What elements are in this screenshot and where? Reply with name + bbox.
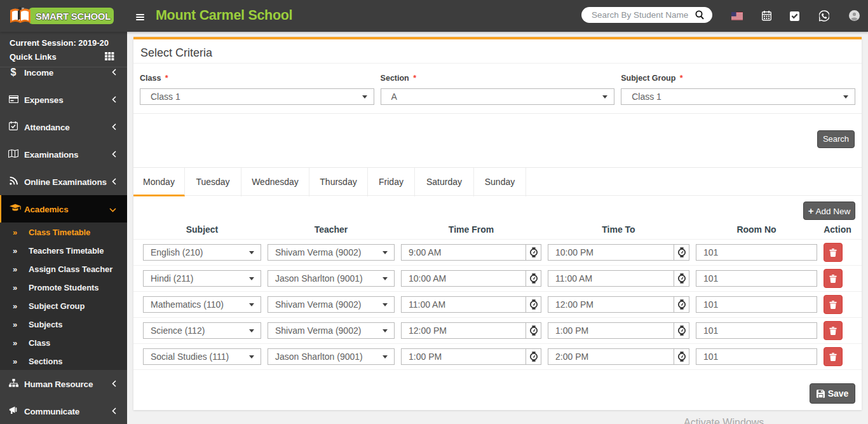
svg-text:SMART SCHOOL: SMART SCHOOL — [36, 11, 111, 22]
